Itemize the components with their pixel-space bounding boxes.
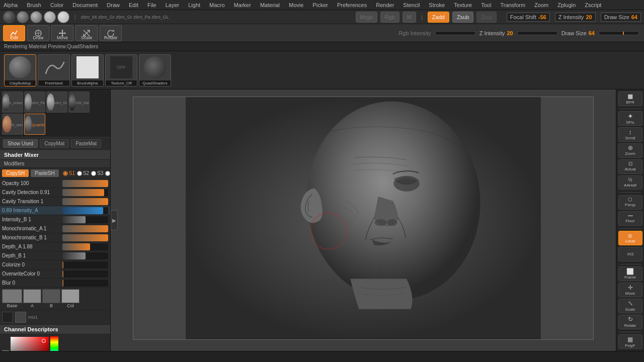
- center-canvas[interactable]: ▶: [111, 89, 616, 351]
- shader-mixer-header[interactable]: Shader Mixer: [0, 150, 110, 160]
- menu-item-picker[interactable]: Picker: [311, 2, 330, 8]
- polyf-button[interactable]: ▦ PolyF: [618, 334, 642, 349]
- spix-button[interactable]: ✦ SPix: [618, 111, 642, 126]
- depth-a-row[interactable]: Depth_A 1.88: [0, 242, 110, 251]
- overwrite-color-row[interactable]: OverwriteColor 0: [0, 269, 110, 279]
- color-gradient-picker[interactable]: [11, 337, 49, 351]
- floor-button[interactable]: ━━ Floor: [618, 211, 642, 226]
- menu-item-material[interactable]: Material: [259, 2, 281, 8]
- menu-item-brush[interactable]: Brush: [25, 2, 43, 8]
- cavity-detection-slider[interactable]: [62, 189, 108, 196]
- s4-radio-label[interactable]: S4: [105, 170, 111, 176]
- edit-tool-btn[interactable]: Edit: [3, 25, 25, 41]
- mat-thumb-1[interactable]: [3, 11, 15, 23]
- modifiers-header[interactable]: Modifiers: [0, 160, 110, 168]
- a-swatch[interactable]: [23, 289, 41, 303]
- intensity-b-row[interactable]: Intensity_B 1: [0, 215, 110, 224]
- panel-collapse-arrow[interactable]: ▶: [111, 210, 118, 230]
- colorize-row[interactable]: Colorize 0: [0, 260, 110, 269]
- b-swatch[interactable]: [42, 289, 60, 303]
- scroll-button[interactable]: ↕ Scroll: [618, 127, 642, 142]
- rgb-button[interactable]: Rgb: [380, 12, 399, 23]
- bpr-button[interactable]: ◼ BPR: [618, 92, 642, 106]
- menu-item-marker[interactable]: Marker: [232, 2, 253, 8]
- aahalf-button[interactable]: ½ AAHalf: [618, 175, 642, 190]
- color-hue-bar[interactable]: [50, 336, 58, 351]
- scale-3d-button[interactable]: ⤡ Scale: [618, 299, 642, 313]
- menu-item-render[interactable]: Render: [374, 2, 395, 8]
- persp-button[interactable]: ⬡ Persp: [618, 195, 642, 210]
- menu-item-color[interactable]: Color: [49, 2, 65, 8]
- paste-sh-button[interactable]: PasteSH: [31, 169, 58, 177]
- menu-item-document[interactable]: Document: [71, 2, 99, 8]
- paste-mat-button[interactable]: PasteMat: [71, 139, 101, 148]
- cavity-transition-row[interactable]: Cavity Transition 1: [0, 197, 110, 206]
- xyz-button[interactable]: XYZ: [618, 247, 642, 261]
- draw-tool-btn[interactable]: Draw: [27, 25, 49, 41]
- brush-thumb-brush-alpha[interactable]: BrushAlpha: [71, 54, 104, 86]
- menu-item-stencil[interactable]: Stencil: [401, 2, 421, 8]
- s2-radio-label[interactable]: S2: [77, 170, 89, 176]
- mix1-dark-swatch[interactable]: [2, 312, 13, 323]
- copy-sh-button[interactable]: CopySH: [2, 169, 29, 177]
- blur-row[interactable]: Blur 0: [0, 279, 110, 288]
- copy-mat-button[interactable]: CopyMat: [40, 139, 69, 148]
- mat-thumb-3[interactable]: [30, 11, 42, 23]
- mat-thumb-4[interactable]: [44, 11, 56, 23]
- scale-tool-btn[interactable]: Scale: [75, 25, 98, 41]
- zsub-button[interactable]: Zsub: [452, 12, 473, 23]
- intensity-b-slider[interactable]: [62, 216, 108, 223]
- opacity-row[interactable]: Opacity 100: [0, 179, 110, 188]
- col-swatch[interactable]: [61, 289, 79, 303]
- cavity-detection-row[interactable]: Cavity Detection 0.91: [0, 188, 110, 197]
- mix1-gray-swatch[interactable]: [15, 312, 26, 323]
- menu-item-texture[interactable]: Texture: [452, 2, 473, 8]
- zadd-button[interactable]: Zadd: [428, 12, 449, 23]
- move-3d-button[interactable]: ✛ Move: [618, 283, 642, 297]
- show-used-button[interactable]: Show Used: [3, 139, 38, 148]
- menu-item-draw[interactable]: Draw: [105, 2, 121, 8]
- rotate-3d-button[interactable]: ↻ Rotate: [618, 315, 642, 329]
- mat-thumb-quadsh[interactable]: QuadSh: [24, 114, 45, 135]
- rotate-tool-btn[interactable]: Rotate: [100, 25, 122, 41]
- cavity-transition-slider[interactable]: [62, 198, 108, 205]
- mono-a-row[interactable]: Monochromatic_A 1: [0, 224, 110, 233]
- move-tool-btn[interactable]: Move: [51, 25, 73, 41]
- frame-button[interactable]: ⬜ Frame: [618, 266, 642, 281]
- zcut-button[interactable]: Zcut: [476, 12, 496, 23]
- brush-thumb-claybuildup[interactable]: ClayBuildup: [4, 54, 36, 86]
- mono-b-slider[interactable]: [62, 234, 108, 241]
- menu-item-transform[interactable]: Transform: [499, 2, 527, 8]
- menu-item-tool[interactable]: Tool: [479, 2, 493, 8]
- menu-item-zplugin[interactable]: Zplugin: [556, 2, 577, 8]
- menu-item-layer[interactable]: Layer: [164, 2, 181, 8]
- menu-item-zscript[interactable]: Zscript: [583, 2, 603, 8]
- mono-a-slider[interactable]: [62, 225, 108, 232]
- mat-thumb-gw-dar[interactable]: GW_Dar: [68, 92, 90, 113]
- mat-thumb-zbro-pa[interactable]: zbro_Pa: [24, 92, 45, 113]
- channel-descriptors-header[interactable]: Channel Descriptors: [0, 325, 110, 334]
- depth-b-slider[interactable]: [62, 252, 108, 259]
- mat-thumb-2[interactable]: [17, 11, 29, 23]
- brush-thumb-quad-shaders[interactable]: QuadShaders: [139, 54, 171, 86]
- actual-button[interactable]: ⊡ Actual: [618, 159, 642, 174]
- mat-thumb-5[interactable]: [57, 11, 69, 23]
- canvas-area[interactable]: [133, 97, 594, 340]
- overwrite-color-slider[interactable]: [62, 270, 108, 278]
- brush-thumb-texture-off[interactable]: OFF Texture_Off: [105, 54, 137, 86]
- menu-item-alpha[interactable]: Alpha: [2, 2, 19, 8]
- mat-thumb-zbro-gr[interactable]: zbro_Gr: [46, 92, 67, 113]
- depth-b-row[interactable]: Depth_B 1: [0, 251, 110, 260]
- mrgb-button[interactable]: Mrgb: [356, 12, 377, 23]
- mono-b-row[interactable]: Monochromatic_B 1: [0, 233, 110, 242]
- s1-radio-label[interactable]: S1: [63, 170, 75, 176]
- brush-thumb-freehand[interactable]: FreeHand: [38, 54, 70, 86]
- menu-item-zoom[interactable]: Zoom: [533, 2, 550, 8]
- menu-item-light[interactable]: Light: [187, 2, 202, 8]
- colorize-slider[interactable]: [62, 261, 108, 268]
- blur-slider[interactable]: [62, 280, 108, 287]
- mat-thumb-fs-skin[interactable]: fs_skin: [2, 114, 23, 135]
- menu-item-file[interactable]: File: [146, 2, 158, 8]
- depth-a-slider[interactable]: [62, 243, 108, 250]
- m-button[interactable]: M: [403, 12, 416, 23]
